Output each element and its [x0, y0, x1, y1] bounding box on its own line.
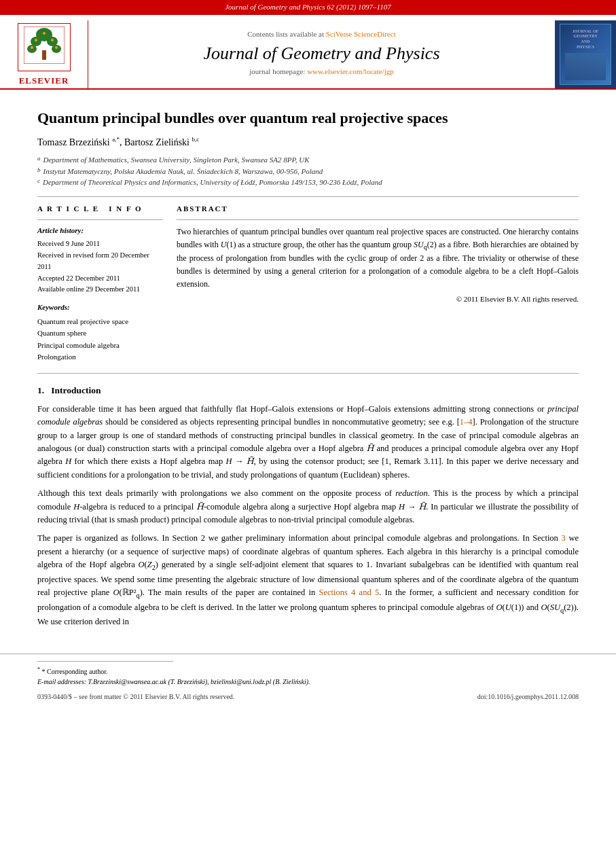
footnote-email: E-mail addresses: T.Brzezinski@swansea.a…	[37, 677, 579, 687]
abstract-text: Two hierarchies of quantum principal bun…	[177, 226, 579, 290]
available-online-date: Available online 29 December 2011	[37, 284, 163, 296]
article-footer: * * Corresponding author. E-mail address…	[0, 654, 616, 707]
journal-title: Journal of Geometry and Physics	[203, 43, 439, 64]
article-info-abstract: A R T I C L E I N F O Article history: R…	[37, 196, 579, 364]
abstract-col: ABSTRACT Two hierarchies of quantum prin…	[177, 204, 579, 364]
svg-point-9	[51, 39, 54, 41]
journal-header: ELSEVIER Contents lists available at Sci…	[0, 14, 616, 90]
affiliations: a Department of Mathematics, Swansea Uni…	[37, 154, 579, 188]
section1-para2: Although this text deals primarily with …	[37, 487, 579, 526]
journal-cover-area: JOURNAL OFGEOMETRYANDPHYSICS	[555, 20, 616, 88]
svg-point-8	[35, 39, 37, 41]
svg-point-11	[55, 46, 58, 49]
section1-title: 1. Introduction	[37, 384, 579, 397]
ref-sections45[interactable]: Sections 4 and 5	[319, 588, 379, 597]
svg-point-7	[43, 32, 46, 35]
authors-line: Tomasz Brzeziński a,*, Bartosz Zieliński…	[37, 135, 579, 149]
journal-homepage: journal homepage: www.elsevier.com/locat…	[249, 67, 394, 77]
footer-copyright: 0393-0440/$ – see front matter © 2011 El…	[37, 692, 234, 702]
homepage-link[interactable]: www.elsevier.com/locate/jgp	[307, 67, 394, 75]
article-content: Quantum principal bundles over quantum r…	[0, 90, 616, 648]
keywords-label: Keywords:	[37, 302, 163, 312]
journal-name-area: Contents lists available at SciVerse Sci…	[88, 20, 555, 88]
section1-para1: For considerable time it has been argued…	[37, 403, 579, 482]
keyword-3: Principal comodule algebra	[37, 340, 163, 352]
section1-para3: The paper is organized as follows. In Se…	[37, 532, 579, 628]
section-divider	[37, 373, 579, 374]
svg-rect-6	[42, 50, 46, 60]
ref-section3[interactable]: 3	[562, 533, 566, 543]
article-dates: Received 9 June 2011 Received in revised…	[37, 238, 163, 296]
article-history: Article history: Received 9 June 2011 Re…	[37, 226, 163, 296]
journal-top-bar: Journal of Geometry and Physics 62 (2012…	[0, 0, 616, 14]
elsevier-logo-area: ELSEVIER	[0, 20, 88, 88]
article-info-header: A R T I C L E I N F O	[37, 204, 163, 214]
keywords-block: Keywords: Quantum real projective space …	[37, 302, 163, 363]
affiliation-a: a Department of Mathematics, Swansea Uni…	[37, 154, 579, 166]
sciverse-line: Contents lists available at SciVerse Sci…	[247, 29, 395, 39]
affiliation-c: c Department of Theoretical Physics and …	[37, 177, 579, 188]
article-title: Quantum principal bundles over quantum r…	[37, 109, 579, 128]
sciverse-link[interactable]: SciVerse ScienceDirect	[326, 30, 396, 38]
journal-citation: Journal of Geometry and Physics 62 (2012…	[225, 3, 391, 11]
copyright-line: © 2011 Elsevier B.V. All rights reserved…	[177, 294, 579, 304]
keyword-4: Prolongation	[37, 351, 163, 363]
abstract-header: ABSTRACT	[177, 204, 579, 214]
keyword-1: Quantum real projective space	[37, 316, 163, 328]
page: Journal of Geometry and Physics 62 (2012…	[0, 0, 616, 841]
elsevier-tree-icon	[24, 26, 65, 64]
journal-cover-image: JOURNAL OFGEOMETRYANDPHYSICS	[560, 24, 611, 85]
history-label: Article history:	[37, 226, 163, 236]
elsevier-logo-box	[18, 23, 71, 71]
affiliation-b: b Instytut Matematyczny, Polska Akademia…	[37, 166, 579, 177]
received-revised-date: Received in revised form 20 December 201…	[37, 250, 163, 273]
cover-title-text: JOURNAL OFGEOMETRYANDPHYSICS	[573, 29, 599, 50]
ref-1-4[interactable]: 1–4	[460, 417, 473, 427]
footer-bottom: 0393-0440/$ – see front matter © 2011 El…	[37, 692, 579, 702]
article-info-col: A R T I C L E I N F O Article history: R…	[37, 204, 163, 364]
received-date: Received 9 June 2011	[37, 238, 163, 250]
keyword-2: Quantum sphere	[37, 327, 163, 340]
svg-point-10	[31, 46, 33, 49]
elsevier-label: ELSEVIER	[19, 73, 69, 86]
footer-doi: doi:10.1016/j.geomphys.2011.12.008	[477, 692, 579, 702]
accepted-date: Accepted 22 December 2011	[37, 273, 163, 285]
footnote-corresponding: * * Corresponding author.	[37, 666, 579, 677]
